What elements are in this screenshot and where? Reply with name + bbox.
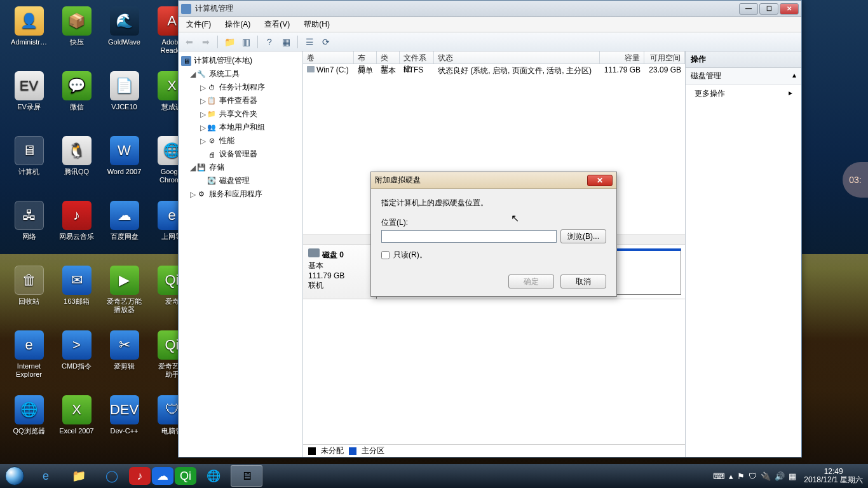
system-tray[interactable]: ⌨ ▴ ⚑ 🛡 🔌 🔊 ▦ 12:492018/12/1 星期六	[713, 468, 868, 484]
disk-header: 磁盘 0 基本 111.79 GB 联机	[303, 245, 377, 299]
dialog-titlebar[interactable]: 附加虚拟硬盘 ✕	[371, 172, 616, 189]
menu-file[interactable]: 文件(F)	[184, 18, 214, 31]
menu-view[interactable]: 查看(V)	[262, 18, 292, 31]
location-input[interactable]	[381, 230, 557, 243]
col-layout[interactable]: 布局	[354, 51, 377, 64]
help-icon[interactable]: ?	[262, 35, 276, 49]
folder-icon[interactable]: 📁	[222, 35, 236, 49]
actions-pane: 操作 磁盘管理▴ 更多操作▸	[686, 51, 801, 457]
window-title: 计算机管理	[195, 3, 738, 14]
col-status[interactable]: 状态	[434, 51, 600, 64]
tray-gpu-icon[interactable]: ▦	[789, 471, 796, 481]
start-button[interactable]	[0, 464, 29, 488]
task-iqiyi[interactable]: Qi	[175, 467, 196, 485]
nav-tree[interactable]: 🖥计算机管理(本地) ◢🔧系统工具 ▷⏱任务计划程序 ▷📋事件查看器 ▷📁共享文…	[179, 51, 303, 457]
minimize-button[interactable]: ―	[739, 3, 758, 15]
desktop-icon[interactable]: 🐧腾讯QQ	[53, 133, 100, 194]
task-ie[interactable]: e	[30, 465, 62, 487]
legend: 未分配 主分区	[303, 444, 685, 457]
tray-shield-icon[interactable]: 🛡	[749, 471, 757, 481]
col-free[interactable]: 可用空间	[644, 51, 685, 64]
col-volume[interactable]: 卷	[303, 51, 354, 64]
app-icon	[181, 4, 191, 14]
volume-header: 卷 布局 类型 文件系统 状态 容量 可用空间	[303, 51, 685, 64]
col-capacity[interactable]: 容量	[600, 51, 644, 64]
toolbar: ⬅ ➡ 📁 ▥ ? ▦ ☰ ⟳	[179, 32, 801, 51]
browse-button[interactable]: 浏览(B)...	[560, 229, 606, 243]
cursor-icon: ↖	[511, 212, 519, 224]
desktop-icon[interactable]: ♪网易云音乐	[53, 198, 100, 259]
desktop-icon[interactable]: eInternetExplorer	[5, 328, 53, 389]
col-type[interactable]: 类型	[377, 51, 400, 64]
task-baidu[interactable]: ☁	[152, 467, 173, 485]
desktop-icon[interactable]: 🌐QQ浏览器	[5, 393, 53, 454]
menu-help[interactable]: 帮助(H)	[301, 18, 332, 31]
close-button[interactable]: ✕	[780, 3, 799, 15]
desktop-icon[interactable]: DEVDev-C++	[100, 393, 148, 454]
props-icon[interactable]: ▦	[279, 35, 293, 49]
dialog-title: 附加虚拟硬盘	[375, 175, 587, 186]
desktop-icon[interactable]: EVEV录屏	[5, 69, 53, 130]
back-icon[interactable]: ⬅	[182, 35, 196, 49]
desktop-icon[interactable]: 📦快压	[53, 4, 100, 65]
desktop-icon[interactable]: 📄VJCE10	[100, 69, 148, 130]
dialog-desc: 指定计算机上的虚拟硬盘位置。	[381, 198, 606, 208]
maximize-button[interactable]: ☐	[759, 3, 778, 15]
panes-icon[interactable]: ▥	[239, 35, 253, 49]
tray-up-icon[interactable]: ▴	[729, 471, 733, 481]
dialog-close-button[interactable]: ✕	[587, 175, 613, 186]
desktop-icon[interactable]: ☁百度网盘	[100, 198, 148, 259]
tray-vol-icon[interactable]: 🔊	[775, 471, 785, 481]
task-chrome[interactable]: 🌐	[198, 465, 229, 487]
desktop-icon[interactable]: 👤Administr…	[5, 4, 53, 65]
col-fs[interactable]: 文件系统	[400, 51, 434, 64]
menubar: 文件(F) 操作(A) 查看(V) 帮助(H)	[179, 17, 801, 32]
taskbar-clock[interactable]: 12:492018/12/1 星期六	[800, 468, 863, 484]
desktop-icon[interactable]: 🗑回收站	[5, 263, 53, 324]
taskbar: e 📁 ◯ ♪ ☁ Qi 🌐 🖥 ⌨ ▴ ⚑ 🛡 🔌 🔊 ▦ 12:492018…	[0, 464, 868, 488]
location-label: 位置(L):	[381, 217, 606, 228]
clock-gadget: 03:	[843, 162, 868, 198]
list-icon[interactable]: ☰	[302, 35, 316, 49]
titlebar[interactable]: 计算机管理 ― ☐ ✕	[179, 1, 801, 17]
task-qqbrowser[interactable]: ◯	[96, 465, 128, 487]
desktop-icon[interactable]: ▶爱奇艺万能播放器	[100, 263, 148, 324]
desktop-icon[interactable]: WWord 2007	[100, 133, 148, 194]
actions-sub[interactable]: 磁盘管理▴	[686, 68, 801, 85]
desktop-icon[interactable]: >CMD指令	[53, 328, 100, 389]
actions-header: 操作	[686, 51, 801, 68]
ok-button[interactable]: 确定	[508, 274, 554, 288]
menu-action[interactable]: 操作(A)	[222, 18, 253, 31]
readonly-checkbox[interactable]: 只读(R)。	[381, 250, 606, 261]
attach-vhd-dialog: 附加虚拟硬盘 ✕ 指定计算机上的虚拟硬盘位置。 位置(L): 浏览(B)... …	[370, 172, 617, 297]
desktop-icon[interactable]: ✉163邮箱	[53, 263, 100, 324]
actions-more[interactable]: 更多操作▸	[686, 85, 801, 103]
tray-keyboard-icon[interactable]: ⌨	[713, 471, 725, 481]
refresh-icon[interactable]: ⟳	[319, 35, 333, 49]
desktop-icon[interactable]: XExcel 2007	[53, 393, 100, 454]
desktop-icons: 👤Administr…📦快压🌊GoldWaveAAdobeReaderEVEV录…	[5, 4, 196, 454]
task-explorer[interactable]: 📁	[63, 465, 95, 487]
desktop-icon[interactable]: 🌊GoldWave	[100, 4, 148, 65]
tray-flag-icon[interactable]: ⚑	[737, 471, 745, 481]
desktop-icon[interactable]: ✂爱剪辑	[100, 328, 148, 389]
task-netease[interactable]: ♪	[129, 467, 151, 485]
desktop-icon[interactable]: 🖥计算机	[5, 133, 53, 194]
task-compmgmt[interactable]: 🖥	[231, 465, 262, 487]
forward-icon[interactable]: ➡	[199, 35, 213, 49]
tray-net-icon[interactable]: 🔌	[761, 471, 771, 481]
desktop-icon[interactable]: 🖧网络	[5, 198, 53, 259]
volume-row[interactable]: Win7 (C:) 简单 基本 NTFS 状态良好 (系统, 启动, 页面文件,…	[303, 64, 685, 77]
cancel-button[interactable]: 取消	[560, 274, 606, 288]
desktop-icon[interactable]: 💬微信	[53, 69, 100, 130]
